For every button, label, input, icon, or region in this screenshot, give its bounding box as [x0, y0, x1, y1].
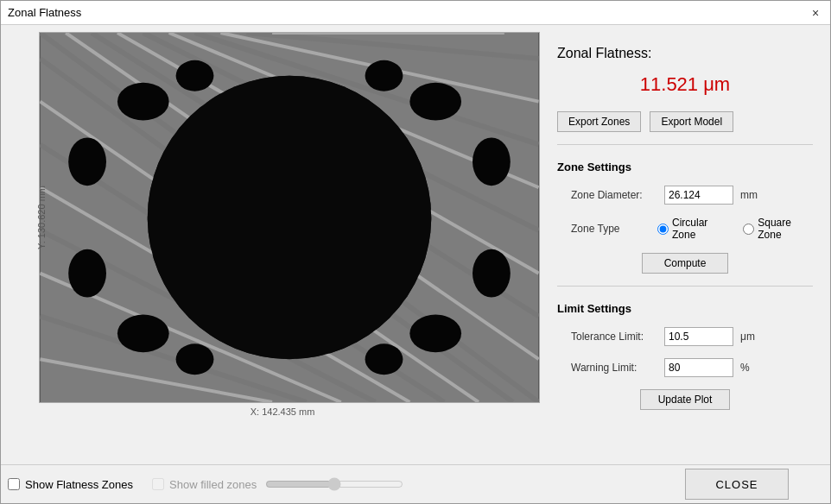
x-axis-label: X: 142.435 mm — [25, 406, 540, 417]
svg-point-33 — [365, 343, 403, 375]
left-panel: Y: 130.620 mm X: 142.435 mm — [8, 32, 540, 457]
right-panel: Zonal Flatness: 11.521 μm Export Zones E… — [547, 32, 823, 457]
y-axis-label: Y: 130.620 mm — [36, 186, 47, 249]
zone-type-label: Zone Type — [571, 223, 657, 235]
limit-settings-title: Limit Settings — [557, 302, 813, 315]
export-buttons: Export Zones Export Model — [557, 111, 813, 132]
zone-diameter-unit: mm — [740, 189, 758, 201]
svg-point-31 — [365, 60, 403, 91]
show-flatness-zones-label: Show Flatness Zones — [25, 478, 133, 491]
square-zone-radio[interactable] — [743, 224, 754, 235]
svg-point-30 — [176, 60, 214, 91]
warning-limit-row: Warning Limit: % — [571, 358, 813, 377]
bottom-bar: Show Flatness Zones Show filled zones CL… — [1, 464, 830, 503]
update-plot-row: Update Plot — [557, 389, 813, 410]
svg-point-23 — [409, 83, 461, 121]
svg-point-21 — [148, 76, 431, 359]
interferogram-image — [40, 33, 539, 402]
compute-row: Compute — [557, 253, 813, 274]
image-container — [39, 32, 540, 403]
export-zones-button[interactable]: Export Zones — [557, 111, 641, 132]
show-filled-zones-checkbox — [152, 478, 164, 490]
zone-type-row: Zone Type Circular Zone Square Zone — [571, 217, 813, 241]
zone-type-radio-group: Circular Zone Square Zone — [657, 217, 813, 241]
svg-point-26 — [68, 137, 106, 186]
show-flatness-zones-row: Show Flatness Zones — [8, 478, 133, 491]
show-filled-zones-row: Show filled zones — [152, 477, 403, 491]
update-plot-button[interactable]: Update Plot — [640, 389, 731, 410]
show-filled-zones-label: Show filled zones — [169, 478, 257, 491]
window-title: Zonal Flatness — [8, 6, 81, 19]
circular-zone-radio[interactable] — [657, 224, 669, 235]
zone-diameter-row: Zone Diameter: mm — [571, 186, 813, 205]
svg-point-28 — [473, 137, 511, 186]
main-content: Y: 130.620 mm X: 142.435 mm Zonal Flatne… — [1, 25, 830, 464]
svg-point-24 — [117, 314, 169, 352]
svg-point-27 — [68, 249, 106, 298]
svg-point-22 — [117, 83, 169, 121]
title-bar: Zonal Flatness × — [1, 1, 830, 25]
controls-area: Show Flatness Zones Show filled zones — [8, 477, 650, 491]
close-button[interactable]: CLOSE — [685, 469, 789, 500]
zone-diameter-input[interactable] — [664, 186, 733, 205]
svg-point-32 — [176, 343, 214, 375]
flatness-value: 11.521 μm — [557, 73, 813, 96]
circular-zone-option[interactable]: Circular Zone — [657, 217, 729, 241]
window-close-button[interactable]: × — [808, 5, 823, 21]
export-model-button[interactable]: Export Model — [650, 111, 733, 132]
tolerance-limit-input[interactable] — [664, 327, 733, 346]
flatness-title: Zonal Flatness: — [557, 46, 813, 61]
close-area: CLOSE — [650, 469, 823, 500]
tolerance-limit-row: Tolerance Limit: μm — [571, 327, 813, 346]
square-zone-option[interactable]: Square Zone — [743, 217, 813, 241]
circular-zone-label: Circular Zone — [672, 217, 729, 241]
warning-limit-label: Warning Limit: — [571, 362, 657, 374]
tolerance-limit-label: Tolerance Limit: — [571, 331, 657, 343]
tolerance-limit-unit: μm — [740, 331, 755, 343]
filled-zones-slider — [265, 477, 403, 491]
warning-limit-input[interactable] — [664, 358, 733, 377]
svg-point-29 — [473, 249, 511, 298]
svg-point-25 — [409, 314, 461, 352]
square-zone-label: Square Zone — [758, 217, 813, 241]
zone-settings-title: Zone Settings — [557, 161, 813, 173]
main-window: Zonal Flatness × — [0, 0, 831, 504]
zone-diameter-label: Zone Diameter: — [571, 189, 657, 201]
warning-limit-unit: % — [740, 362, 750, 374]
show-flatness-zones-checkbox[interactable] — [8, 478, 20, 490]
compute-button[interactable]: Compute — [642, 253, 728, 274]
